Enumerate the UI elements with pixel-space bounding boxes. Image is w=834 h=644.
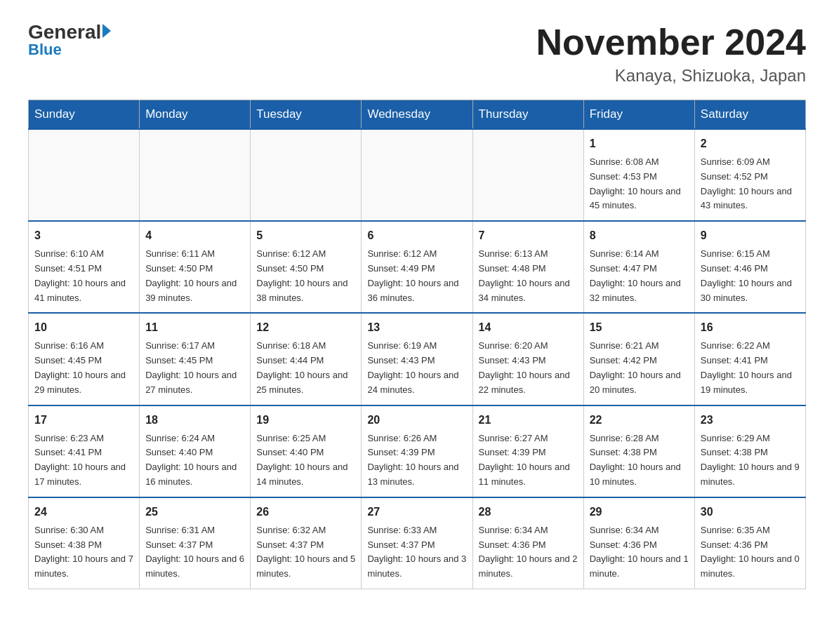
calendar-cell: 7Sunrise: 6:13 AM Sunset: 4:48 PM Daylig… bbox=[472, 221, 583, 313]
calendar-cell bbox=[140, 129, 251, 221]
day-info: Sunrise: 6:12 AM Sunset: 4:49 PM Dayligh… bbox=[367, 247, 466, 305]
day-number: 23 bbox=[701, 412, 800, 429]
calendar-cell: 14Sunrise: 6:20 AM Sunset: 4:43 PM Dayli… bbox=[472, 313, 583, 405]
calendar-cell bbox=[251, 129, 362, 221]
day-number: 26 bbox=[256, 504, 355, 521]
calendar-cell: 30Sunrise: 6:35 AM Sunset: 4:36 PM Dayli… bbox=[694, 497, 805, 589]
day-number: 2 bbox=[701, 135, 800, 152]
day-number: 21 bbox=[479, 412, 578, 429]
day-number: 4 bbox=[145, 227, 244, 244]
calendar-cell: 15Sunrise: 6:21 AM Sunset: 4:42 PM Dayli… bbox=[583, 313, 694, 405]
calendar-cell: 5Sunrise: 6:12 AM Sunset: 4:50 PM Daylig… bbox=[251, 221, 362, 313]
calendar-cell: 8Sunrise: 6:14 AM Sunset: 4:47 PM Daylig… bbox=[583, 221, 694, 313]
day-number: 10 bbox=[34, 319, 133, 336]
day-number: 11 bbox=[145, 319, 244, 336]
day-info: Sunrise: 6:28 AM Sunset: 4:38 PM Dayligh… bbox=[590, 431, 689, 490]
day-info: Sunrise: 6:35 AM Sunset: 4:36 PM Dayligh… bbox=[701, 523, 800, 582]
weekday-header-thursday: Thursday bbox=[472, 100, 583, 130]
day-number: 9 bbox=[701, 227, 800, 244]
calendar-cell: 29Sunrise: 6:34 AM Sunset: 4:36 PM Dayli… bbox=[583, 497, 694, 589]
week-row-1: 1Sunrise: 6:08 AM Sunset: 4:53 PM Daylig… bbox=[29, 129, 806, 221]
logo-arrow-icon bbox=[102, 24, 111, 38]
location-title: Kanaya, Shizuoka, Japan bbox=[536, 66, 806, 86]
calendar-cell bbox=[362, 129, 472, 221]
page-header: General Blue November 2024 Kanaya, Shizu… bbox=[28, 21, 806, 86]
day-number: 18 bbox=[145, 412, 244, 429]
day-number: 6 bbox=[367, 227, 466, 244]
calendar-header-row: SundayMondayTuesdayWednesdayThursdayFrid… bbox=[29, 100, 806, 130]
day-number: 20 bbox=[367, 412, 466, 429]
day-info: Sunrise: 6:30 AM Sunset: 4:38 PM Dayligh… bbox=[34, 523, 133, 582]
week-row-4: 17Sunrise: 6:23 AM Sunset: 4:41 PM Dayli… bbox=[29, 405, 806, 497]
day-info: Sunrise: 6:11 AM Sunset: 4:50 PM Dayligh… bbox=[145, 247, 244, 305]
logo-blue: Blue bbox=[28, 41, 62, 59]
weekday-header-monday: Monday bbox=[140, 100, 251, 130]
day-info: Sunrise: 6:20 AM Sunset: 4:43 PM Dayligh… bbox=[479, 339, 578, 397]
day-info: Sunrise: 6:25 AM Sunset: 4:40 PM Dayligh… bbox=[256, 431, 355, 490]
calendar-cell bbox=[472, 129, 583, 221]
calendar-cell: 20Sunrise: 6:26 AM Sunset: 4:39 PM Dayli… bbox=[362, 405, 472, 497]
calendar-cell: 22Sunrise: 6:28 AM Sunset: 4:38 PM Dayli… bbox=[583, 405, 694, 497]
day-number: 17 bbox=[34, 412, 133, 429]
day-number: 19 bbox=[256, 412, 355, 429]
calendar-cell: 3Sunrise: 6:10 AM Sunset: 4:51 PM Daylig… bbox=[29, 221, 140, 313]
calendar-cell: 17Sunrise: 6:23 AM Sunset: 4:41 PM Dayli… bbox=[29, 405, 140, 497]
calendar-cell: 4Sunrise: 6:11 AM Sunset: 4:50 PM Daylig… bbox=[140, 221, 251, 313]
calendar-cell: 12Sunrise: 6:18 AM Sunset: 4:44 PM Dayli… bbox=[251, 313, 362, 405]
calendar-cell: 21Sunrise: 6:27 AM Sunset: 4:39 PM Dayli… bbox=[472, 405, 583, 497]
day-number: 12 bbox=[256, 319, 355, 336]
calendar-cell: 16Sunrise: 6:22 AM Sunset: 4:41 PM Dayli… bbox=[694, 313, 805, 405]
day-info: Sunrise: 6:17 AM Sunset: 4:45 PM Dayligh… bbox=[145, 339, 244, 397]
day-number: 5 bbox=[256, 227, 355, 244]
day-info: Sunrise: 6:24 AM Sunset: 4:40 PM Dayligh… bbox=[145, 431, 244, 490]
day-number: 30 bbox=[701, 504, 800, 521]
weekday-header-friday: Friday bbox=[583, 100, 694, 130]
day-info: Sunrise: 6:23 AM Sunset: 4:41 PM Dayligh… bbox=[34, 431, 133, 490]
day-info: Sunrise: 6:09 AM Sunset: 4:52 PM Dayligh… bbox=[701, 155, 800, 213]
month-title: November 2024 bbox=[536, 21, 806, 63]
calendar-cell: 28Sunrise: 6:34 AM Sunset: 4:36 PM Dayli… bbox=[472, 497, 583, 589]
day-number: 29 bbox=[590, 504, 689, 521]
day-info: Sunrise: 6:34 AM Sunset: 4:36 PM Dayligh… bbox=[479, 523, 578, 582]
weekday-header-sunday: Sunday bbox=[29, 100, 140, 130]
calendar-cell: 25Sunrise: 6:31 AM Sunset: 4:37 PM Dayli… bbox=[140, 497, 251, 589]
day-info: Sunrise: 6:15 AM Sunset: 4:46 PM Dayligh… bbox=[701, 247, 800, 305]
week-row-5: 24Sunrise: 6:30 AM Sunset: 4:38 PM Dayli… bbox=[29, 497, 806, 589]
day-number: 25 bbox=[145, 504, 244, 521]
calendar-cell: 24Sunrise: 6:30 AM Sunset: 4:38 PM Dayli… bbox=[29, 497, 140, 589]
day-number: 24 bbox=[34, 504, 133, 521]
day-info: Sunrise: 6:08 AM Sunset: 4:53 PM Dayligh… bbox=[590, 155, 689, 213]
calendar-table: SundayMondayTuesdayWednesdayThursdayFrid… bbox=[28, 100, 806, 589]
calendar-cell bbox=[29, 129, 140, 221]
day-info: Sunrise: 6:19 AM Sunset: 4:43 PM Dayligh… bbox=[367, 339, 466, 397]
day-number: 7 bbox=[479, 227, 578, 244]
day-info: Sunrise: 6:29 AM Sunset: 4:38 PM Dayligh… bbox=[701, 431, 800, 490]
day-info: Sunrise: 6:21 AM Sunset: 4:42 PM Dayligh… bbox=[590, 339, 689, 397]
logo: General Blue bbox=[28, 21, 111, 59]
week-row-2: 3Sunrise: 6:10 AM Sunset: 4:51 PM Daylig… bbox=[29, 221, 806, 313]
calendar-cell: 1Sunrise: 6:08 AM Sunset: 4:53 PM Daylig… bbox=[583, 129, 694, 221]
day-info: Sunrise: 6:12 AM Sunset: 4:50 PM Dayligh… bbox=[256, 247, 355, 305]
day-info: Sunrise: 6:10 AM Sunset: 4:51 PM Dayligh… bbox=[34, 247, 133, 305]
day-info: Sunrise: 6:33 AM Sunset: 4:37 PM Dayligh… bbox=[367, 523, 466, 582]
day-info: Sunrise: 6:16 AM Sunset: 4:45 PM Dayligh… bbox=[34, 339, 133, 397]
day-number: 8 bbox=[590, 227, 689, 244]
day-number: 28 bbox=[479, 504, 578, 521]
day-info: Sunrise: 6:18 AM Sunset: 4:44 PM Dayligh… bbox=[256, 339, 355, 397]
day-info: Sunrise: 6:26 AM Sunset: 4:39 PM Dayligh… bbox=[367, 431, 466, 490]
day-number: 1 bbox=[590, 135, 689, 152]
calendar-cell: 9Sunrise: 6:15 AM Sunset: 4:46 PM Daylig… bbox=[694, 221, 805, 313]
day-number: 15 bbox=[590, 319, 689, 336]
weekday-header-wednesday: Wednesday bbox=[362, 100, 472, 130]
calendar-cell: 11Sunrise: 6:17 AM Sunset: 4:45 PM Dayli… bbox=[140, 313, 251, 405]
day-number: 14 bbox=[479, 319, 578, 336]
weekday-header-tuesday: Tuesday bbox=[251, 100, 362, 130]
calendar-cell: 23Sunrise: 6:29 AM Sunset: 4:38 PM Dayli… bbox=[694, 405, 805, 497]
day-info: Sunrise: 6:13 AM Sunset: 4:48 PM Dayligh… bbox=[479, 247, 578, 305]
calendar-cell: 18Sunrise: 6:24 AM Sunset: 4:40 PM Dayli… bbox=[140, 405, 251, 497]
day-number: 13 bbox=[367, 319, 466, 336]
calendar-cell: 19Sunrise: 6:25 AM Sunset: 4:40 PM Dayli… bbox=[251, 405, 362, 497]
day-info: Sunrise: 6:22 AM Sunset: 4:41 PM Dayligh… bbox=[701, 339, 800, 397]
day-number: 3 bbox=[34, 227, 133, 244]
weekday-header-saturday: Saturday bbox=[694, 100, 805, 130]
